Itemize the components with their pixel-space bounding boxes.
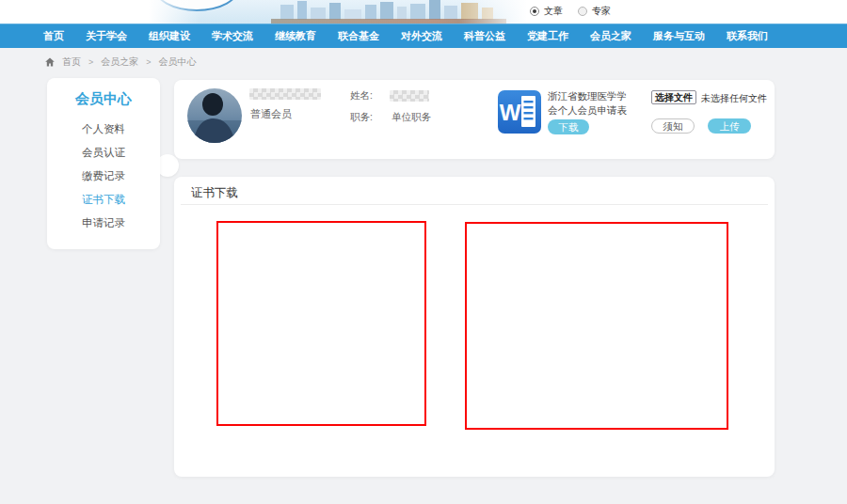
nav-item-education[interactable]: 继续教育 <box>275 29 316 43</box>
certificate-download-panel: 证书下载 <box>174 177 775 477</box>
choose-file-button[interactable]: 选择文件 <box>651 90 696 104</box>
sidebar-title: 会员中心 <box>47 90 160 108</box>
word-document-icon: W <box>497 89 542 134</box>
application-form-title: 浙江省数理医学学会个人会员申请表 <box>548 89 631 117</box>
radio-expert[interactable]: 专家 <box>578 5 611 18</box>
radio-expert-label: 专家 <box>592 5 611 18</box>
radio-article[interactable]: 文章 <box>530 5 563 18</box>
nav-item-contact[interactable]: 联系我们 <box>727 29 768 43</box>
nav-item-exchange[interactable]: 对外交流 <box>401 29 442 43</box>
sidebar-item-certification[interactable]: 会员认证 <box>47 141 160 165</box>
nav-item-party[interactable]: 党建工作 <box>527 29 568 43</box>
section-divider <box>181 204 768 205</box>
nav-item-fund[interactable]: 联合基金 <box>338 29 379 43</box>
nav-item-about[interactable]: 关于学会 <box>86 29 127 43</box>
member-type-label: 普通会员 <box>250 107 292 121</box>
breadcrumb-separator: > <box>88 57 93 67</box>
name-field-row: 姓名: <box>350 89 429 102</box>
certificate-highlight-box-2 <box>465 222 728 430</box>
position-field-row: 职务: 单位职务 <box>350 111 431 124</box>
file-status-text: 未选择任何文件 <box>701 92 767 105</box>
nav-item-services[interactable]: 服务与互动 <box>653 29 705 43</box>
search-type-radios: 文章 专家 <box>530 5 611 18</box>
radio-unselected-icon[interactable] <box>578 7 587 16</box>
radio-selected-icon[interactable] <box>530 7 539 16</box>
sidebar-item-application-records[interactable]: 申请记录 <box>47 212 160 235</box>
svg-text:W: W <box>500 100 521 125</box>
name-label: 姓名: <box>350 89 378 102</box>
position-value: 单位职务 <box>392 111 431 124</box>
breadcrumb-separator: > <box>146 57 151 67</box>
download-button[interactable]: 下载 <box>548 119 589 134</box>
profile-card: 普通会员 姓名: 职务: 单位职务 W <box>174 80 775 159</box>
home-icon <box>45 57 55 67</box>
redacted-name-block <box>249 88 321 100</box>
member-center-sidebar: 会员中心 个人资料 会员认证 缴费记录 证书下载 申请记录 <box>47 78 160 249</box>
notice-button[interactable]: 须知 <box>651 118 695 134</box>
nav-item-science[interactable]: 科普公益 <box>464 29 505 43</box>
breadcrumb-home[interactable]: 首页 <box>62 55 81 69</box>
top-header-strip: 文章 专家 <box>0 0 847 24</box>
section-title: 证书下载 <box>191 185 238 201</box>
sidebar-item-payment-records[interactable]: 缴费记录 <box>47 165 160 188</box>
nav-item-organization[interactable]: 组织建设 <box>149 29 190 43</box>
nav-item-academic[interactable]: 学术交流 <box>212 29 253 43</box>
sidebar-item-certificate-download[interactable]: 证书下载 <box>47 188 160 212</box>
avatar <box>187 88 242 143</box>
main-nav: 首页 关于学会 组织建设 学术交流 继续教育 联合基金 对外交流 科普公益 党建… <box>0 24 847 48</box>
page: 文章 专家 首页 关于学会 组织建设 学术交流 继续教育 联合基金 对外交流 科… <box>0 0 847 504</box>
upload-button[interactable]: 上传 <box>708 118 751 134</box>
breadcrumb-current: 会员中心 <box>159 55 197 69</box>
radio-article-label: 文章 <box>544 5 563 18</box>
sidebar-item-profile[interactable]: 个人资料 <box>47 118 160 141</box>
breadcrumb: 首页 > 会员之家 > 会员中心 <box>45 55 197 69</box>
nav-item-members[interactable]: 会员之家 <box>590 29 631 43</box>
position-label: 职务: <box>350 111 378 124</box>
city-banner-image <box>149 0 527 24</box>
certificate-highlight-box-1 <box>216 221 426 426</box>
redacted-name-value <box>390 90 429 102</box>
breadcrumb-members-home[interactable]: 会员之家 <box>101 55 138 69</box>
nav-item-home[interactable]: 首页 <box>43 29 64 43</box>
